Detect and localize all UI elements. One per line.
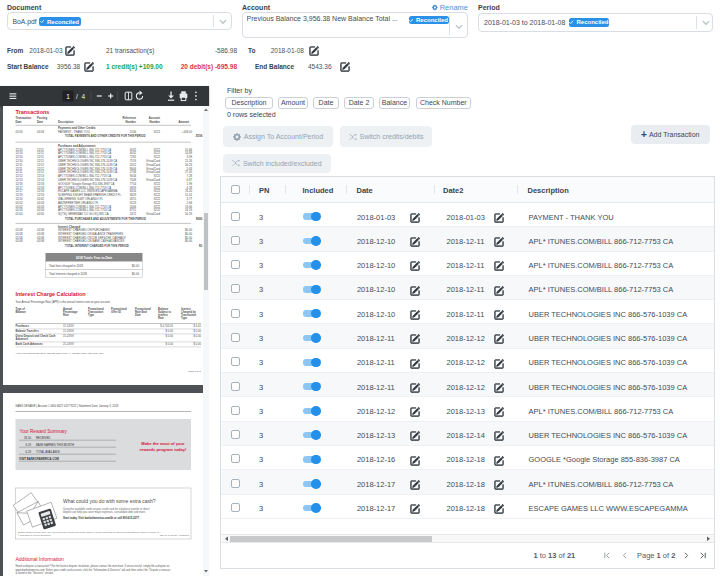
svg-text:INTEREST CHARGED ON BANK CASH: INTEREST CHARGED ON BANK CASH ADVANCES: [58, 239, 124, 243]
svg-text:Your Reward Summary: Your Reward Summary: [19, 429, 67, 434]
svg-text:KAMG DESAVIE | Account # 4: KAMG DESAVIE | Account # 4400 6627 0227 …: [15, 404, 118, 408]
svg-text:Date: Date: [135, 313, 141, 317]
svg-text:VirtualCard: VirtualCard: [146, 212, 160, 216]
svg-text:Additional Information: Additional Information: [15, 556, 64, 562]
svg-text:Interest Charge Calculation: Interest Charge Calculation: [15, 291, 85, 297]
svg-text:Balance Transfers: Balance Transfers: [15, 329, 39, 333]
svg-text:$0.00: $0.00: [131, 272, 139, 276]
svg-text:VISIT BANKOFAMERICA.COM: VISIT BANKOFAMERICA.COM: [19, 457, 60, 461]
svg-text:TOTAL PURCHASES AND ADJUSTMENT: TOTAL PURCHASES AND ADJUSTMENTS FOR THIS…: [65, 217, 146, 221]
svg-text:Need to dispute a transaction?: Need to dispute a transaction? For the f…: [15, 564, 169, 568]
svg-text:15.24%V: 15.24%V: [63, 334, 74, 338]
svg-text:$695.98: $695.98: [195, 217, 203, 221]
svg-text:BASE EARNED THIS MONTH: BASE EARNED THIS MONTH: [36, 443, 74, 447]
svg-text:2472: 2472: [129, 212, 136, 216]
svg-text:2018 Totals Year-to-Date: 2018 Totals Year-to-Date: [75, 256, 112, 260]
svg-text:01/04: 01/04: [15, 212, 22, 216]
svg-text:Rate: Rate: [158, 316, 164, 320]
svg-text:Rate: Rate: [63, 313, 69, 317]
svg-text:rewards program today!: rewards program today!: [139, 447, 186, 452]
svg-text:Date: Date: [15, 120, 22, 124]
svg-text:Using the available credit on: Using the available credit on your credi…: [63, 507, 150, 511]
svg-text:& found in the "Services" sect: & found in the "Services" section.: [15, 571, 53, 575]
svg-text:TOTAL PAYMENTS AND OTHER CREDI: TOTAL PAYMENTS AND OTHER CREDITS FOR THI…: [65, 134, 146, 138]
svg-text:$0.00: $0.00: [185, 239, 192, 243]
svg-text:RECEIVED: RECEIVED: [36, 436, 50, 440]
svg-text:Description: Description: [58, 120, 74, 124]
svg-text:$ 0.00: $ 0.00: [193, 329, 201, 333]
svg-text:Amount: Amount: [178, 120, 189, 124]
svg-text:$ 0.00: $ 0.00: [165, 342, 173, 346]
svg-text:6.29: 6.29: [25, 450, 31, 454]
svg-text:APR Type Definitions: Daily In: APR Type Definitions: Daily Interest Rat…: [15, 352, 104, 355]
svg-text:© 2017 Bank of America Corpora: © 2017 Bank of America Corporation: [18, 534, 51, 536]
svg-text:01/08: 01/08: [15, 239, 22, 243]
svg-text:Balance: Balance: [15, 310, 26, 314]
svg-text:Page 3 of 8: Page 3 of 8: [188, 370, 201, 373]
svg-text:01/05: 01/05: [37, 212, 44, 216]
svg-text:50.29: 50.29: [185, 212, 192, 216]
svg-text:Date: Date: [37, 120, 44, 124]
svg-text:15.24%V: 15.24%V: [63, 324, 74, 328]
svg-text:$ 0.41: $ 0.41: [193, 324, 201, 328]
svg-text:www.bankofamerica.com. Select: www.bankofamerica.com. Select your credi…: [15, 568, 170, 572]
svg-text:/ 4: / 4: [76, 93, 85, 100]
svg-text:9222: 9222: [153, 130, 160, 134]
svg-text:$ 0.00: $ 0.00: [193, 334, 201, 338]
svg-text:Type: Type: [88, 313, 95, 317]
svg-text:$ 0.00: $ 0.00: [193, 342, 201, 346]
svg-text:+109.00: +109.00: [181, 130, 192, 134]
svg-text:6.29: 6.29: [25, 443, 31, 447]
svg-text:01/03: 01/03: [37, 130, 44, 134]
svg-text:Start today. Visit bankofameri: Start today. Visit bankofamerica.com/bt …: [63, 516, 140, 520]
svg-text:Number: Number: [125, 120, 136, 124]
svg-text:Your Annual Percentage Rate (A: Your Annual Percentage Rate (APR) is the…: [15, 300, 110, 304]
svg-text:$ 0.00: $ 0.00: [165, 334, 173, 338]
svg-text:25.24%V: 25.24%V: [63, 342, 74, 346]
svg-text:TOTAL AVAILABLE: TOTAL AVAILABLE: [36, 450, 60, 454]
svg-text:$ 4,703.05: $ 4,703.05: [160, 324, 173, 328]
svg-text:33.50: 33.50: [24, 436, 31, 440]
svg-text:1: 1: [66, 93, 70, 100]
svg-text:SSM-11-17-0363.B | ARW5TJMT: SSM-11-17-0363.B | ARW5TJMT: [159, 534, 189, 536]
svg-text:What could you do with some ex: What could you do with some extra cash?: [63, 498, 156, 504]
svg-text:Purchases: Purchases: [15, 324, 29, 328]
svg-text:SQ*SQ GREENBAY CO GO-SQ-895 CA: SQ*SQ GREENBAY CO GO-SQ-895 CA: [58, 212, 109, 216]
svg-text:Type: Type: [181, 316, 188, 320]
svg-text:Bank Cash Advances: Bank Cash Advances: [15, 342, 43, 346]
svg-text:Make the most of your: Make the most of your: [141, 441, 185, 446]
svg-text:Total fees charged in 2018: Total fees charged in 2018: [49, 264, 83, 268]
svg-text:-$109.00: -$109.00: [194, 134, 203, 138]
svg-text:$ 0.00: $ 0.00: [165, 329, 173, 333]
svg-text:15.24%V: 15.24%V: [63, 329, 74, 333]
svg-text:01/08: 01/08: [37, 239, 44, 243]
svg-text:Transactions: Transactions: [15, 109, 49, 115]
svg-text:$0.00: $0.00: [131, 264, 139, 268]
svg-text:Advances: Advances: [15, 337, 28, 341]
svg-text:deposit can help you cover maj: deposit can help you cover major expense…: [63, 510, 146, 514]
svg-text:01/03: 01/03: [15, 130, 22, 134]
svg-text:TOTAL INTEREST CHARGED FOR THI: TOTAL INTEREST CHARGED FOR THIS PERIOD: [65, 244, 129, 248]
svg-text:Total interest charged in 2018: Total interest charged in 2018: [49, 272, 87, 276]
svg-text:Number: Number: [149, 120, 160, 124]
svg-text:Offer ID: Offer ID: [111, 310, 121, 314]
